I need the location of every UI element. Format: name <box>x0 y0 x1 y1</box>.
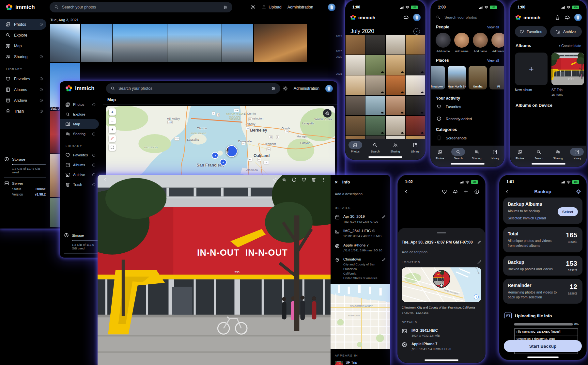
start-backup-button[interactable]: Start Backup <box>504 340 582 352</box>
back-icon[interactable] <box>103 177 108 182</box>
favorites-button[interactable]: Favorites <box>515 26 547 37</box>
sidebar-item[interactable]: Archive <box>60 170 99 180</box>
gear-icon[interactable] <box>576 189 581 194</box>
sidebar-item[interactable]: Sharing <box>60 129 99 139</box>
draw-button[interactable] <box>109 135 116 142</box>
nav-item[interactable]: Library <box>567 148 586 160</box>
info-icon[interactable] <box>292 177 297 182</box>
backup-cloud-icon[interactable] <box>403 15 409 20</box>
photo-thumbnail[interactable] <box>222 24 253 62</box>
zoom-in-button[interactable]: + <box>109 108 116 116</box>
avatar[interactable] <box>574 14 582 21</box>
sidebar-item[interactable]: Explore <box>60 109 99 119</box>
map-settings-button[interactable] <box>323 109 332 118</box>
upload-button[interactable]: Upload <box>261 5 282 10</box>
info-icon[interactable] <box>39 55 43 58</box>
photo-thumbnail[interactable] <box>386 55 405 75</box>
sidebar-item[interactable]: Trash <box>60 180 99 189</box>
album-name[interactable]: SF Trip <box>551 88 584 92</box>
photo-thumbnail[interactable] <box>346 55 365 75</box>
photo-thumbnail[interactable] <box>346 35 365 55</box>
nav-item[interactable]: Library <box>486 148 504 160</box>
location-minimap[interactable]: FISHERMAN'S WHARF Beach Street <box>331 284 390 349</box>
view-all-link[interactable]: View all <box>487 25 499 29</box>
delete-icon[interactable] <box>311 177 316 182</box>
face-thumbnail[interactable] <box>436 33 451 48</box>
back-icon[interactable] <box>504 189 510 194</box>
place-card[interactable]: Omaha <box>469 66 487 89</box>
sort-button[interactable]: ↑ Created date <box>559 44 581 48</box>
photo-thumbnail[interactable] <box>386 35 405 55</box>
photo-thumbnail[interactable] <box>386 116 405 135</box>
home-indicator[interactable] <box>425 359 458 361</box>
nav-item[interactable]: Search <box>529 148 548 160</box>
home-indicator[interactable] <box>532 163 565 165</box>
sidebar-item[interactable]: Favorites <box>60 150 99 160</box>
back-icon[interactable] <box>404 189 409 194</box>
avatar[interactable] <box>328 4 335 11</box>
description-input[interactable]: Add description... <box>402 250 481 254</box>
theme-toggle-icon[interactable] <box>283 86 288 91</box>
info-icon[interactable] <box>92 103 96 106</box>
info-icon[interactable] <box>92 183 96 186</box>
info-icon[interactable] <box>474 189 479 194</box>
sidebar-item[interactable]: Photos <box>60 100 99 109</box>
nav-item[interactable]: Search <box>449 148 467 160</box>
photo-map-marker[interactable] <box>226 145 238 157</box>
nav-item[interactable]: Sharing <box>385 141 405 153</box>
trash-icon[interactable] <box>555 15 560 20</box>
album-link[interactable]: SF Trip15 items <box>335 360 386 365</box>
new-album-button[interactable]: + <box>515 53 548 85</box>
filter-sliders-icon[interactable] <box>223 5 228 9</box>
photo-thumbnail[interactable] <box>346 116 365 135</box>
photo-thumbnail[interactable] <box>406 55 425 75</box>
photo-thumbnail[interactable] <box>365 96 385 115</box>
photo-thumbnail[interactable] <box>365 55 385 75</box>
sidebar-item[interactable]: Sharing <box>0 51 46 62</box>
filter-sliders-icon[interactable] <box>271 86 276 91</box>
administration-link[interactable]: Administration <box>287 5 313 9</box>
nav-item[interactable]: Photos <box>431 148 449 160</box>
photo-thumbnail[interactable] <box>365 35 385 55</box>
home-indicator[interactable] <box>527 357 559 358</box>
edit-location-icon[interactable] <box>382 258 386 262</box>
sidebar-item[interactable]: Trash <box>0 106 46 117</box>
fullscreen-button[interactable] <box>109 144 116 151</box>
photo-thumbnail[interactable] <box>365 116 385 135</box>
administration-link[interactable]: Administration <box>294 86 319 91</box>
theme-toggle-icon[interactable] <box>250 5 255 10</box>
photo-thumbnail[interactable] <box>365 75 385 95</box>
home-indicator[interactable] <box>368 156 402 158</box>
category-row[interactable]: Screenshots <box>431 132 504 144</box>
activity-row[interactable]: Favorites <box>431 101 504 113</box>
favorite-heart-icon[interactable] <box>302 177 306 182</box>
home-indicator[interactable] <box>451 163 485 165</box>
edit-location-icon[interactable] <box>477 260 481 264</box>
photo-thumbnail[interactable] <box>346 96 365 115</box>
photo-thumbnail[interactable] <box>346 75 365 95</box>
favorite-heart-icon[interactable] <box>442 189 447 194</box>
compass-button[interactable] <box>109 126 116 133</box>
map-cluster-marker[interactable]: 4 <box>220 159 226 166</box>
place-card[interactable]: Pi <box>489 66 504 89</box>
info-icon[interactable] <box>372 229 375 232</box>
photo-thumbnail[interactable] <box>406 75 425 95</box>
avatar[interactable] <box>413 14 421 21</box>
place-card[interactable]: Chinatown <box>430 66 445 89</box>
sidebar-item[interactable]: Favorites <box>0 73 46 84</box>
photo-thumbnail[interactable] <box>254 24 307 62</box>
share-icon[interactable] <box>272 177 277 182</box>
sidebar-item[interactable]: Explore <box>0 30 46 40</box>
search-input[interactable]: Search your photos <box>431 10 504 20</box>
album-card[interactable] <box>551 53 584 85</box>
activity-row[interactable]: Recently added <box>431 113 504 125</box>
sidebar-item[interactable]: Albums <box>60 160 99 170</box>
photo-thumbnail[interactable] <box>50 24 80 62</box>
person-item[interactable]: Add name <box>435 33 451 53</box>
select-button[interactable]: Select <box>558 207 578 216</box>
nav-item[interactable]: Sharing <box>468 148 486 160</box>
select-all-icon[interactable]: ✓ <box>413 28 420 35</box>
map-attribution-icon[interactable]: i <box>474 294 479 299</box>
nav-item[interactable]: Search <box>365 141 385 153</box>
sidebar-item[interactable]: Photos <box>0 19 46 30</box>
